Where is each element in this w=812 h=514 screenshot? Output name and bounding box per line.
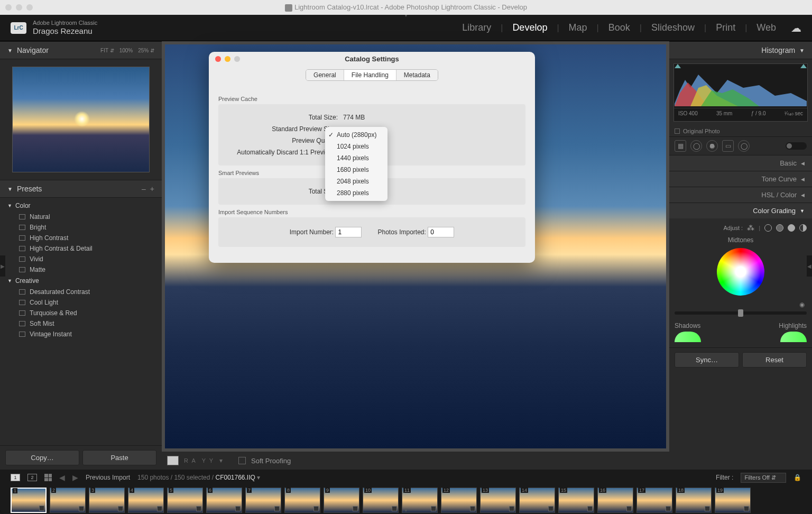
luminance-slider[interactable]: [675, 311, 807, 315]
expand-right-icon[interactable]: ◀: [807, 255, 812, 277]
checkbox-icon[interactable]: [675, 128, 680, 134]
filmstrip-thumb[interactable]: 16: [597, 488, 633, 513]
zoom-option[interactable]: FIT ⇵: [100, 48, 114, 53]
navigator-header[interactable]: ▼ Navigator FIT ⇵100%25% ⇵: [0, 41, 162, 59]
midtones-color-wheel[interactable]: [717, 248, 764, 296]
midtones-wheel-icon[interactable]: [776, 224, 783, 232]
module-book[interactable]: Book: [608, 22, 630, 33]
tab-metadata[interactable]: Metadata: [396, 70, 438, 80]
original-photo-row[interactable]: Original Photo: [669, 126, 812, 136]
secondary-display-icon[interactable]: 2: [27, 474, 37, 481]
preset-group[interactable]: ▼Creative: [0, 275, 162, 287]
reset-button[interactable]: Reset: [742, 352, 807, 368]
filmstrip-thumb[interactable]: 19: [715, 488, 751, 513]
primary-display-icon[interactable]: 1: [11, 474, 20, 481]
filmstrip-thumb[interactable]: 13: [480, 488, 516, 513]
panel-basic[interactable]: Basic◀: [669, 155, 812, 171]
filmstrip-thumb[interactable]: 15: [558, 488, 594, 513]
dropdown-option[interactable]: 2880 pixels: [325, 187, 387, 199]
preset-item[interactable]: Soft Mist: [0, 318, 162, 329]
three-way-icon[interactable]: ⁂: [747, 224, 754, 232]
before-after-yy[interactable]: Y Y: [202, 457, 214, 464]
filmstrip-thumb[interactable]: 18: [676, 488, 712, 513]
filmstrip-thumb[interactable]: 8: [284, 488, 320, 513]
filmstrip-thumb[interactable]: 6: [206, 488, 242, 513]
preset-item[interactable]: Cool Light: [0, 297, 162, 308]
filmstrip-thumb[interactable]: 5: [167, 488, 203, 513]
filmstrip-thumb[interactable]: 4: [128, 488, 164, 513]
dialog-close-dot[interactable]: [215, 56, 221, 62]
dropdown-option[interactable]: 2048 pixels: [325, 176, 387, 187]
navigator-preview[interactable]: [12, 67, 150, 172]
paste-button[interactable]: Paste: [82, 450, 156, 465]
module-slideshow[interactable]: Slideshow: [651, 22, 695, 33]
filmstrip-thumb[interactable]: 12: [441, 488, 477, 513]
filmstrip-thumb[interactable]: 10: [363, 488, 399, 513]
minus-icon[interactable]: –: [142, 185, 146, 193]
filmstrip-thumb[interactable]: 2: [50, 488, 86, 513]
global-wheel-icon[interactable]: [799, 224, 807, 232]
loupe-view-icon[interactable]: [167, 456, 179, 465]
grid-view-icon[interactable]: [44, 474, 52, 481]
traffic-lights[interactable]: [5, 4, 33, 11]
photos-imported-input[interactable]: [428, 227, 454, 237]
dropdown-option[interactable]: 1440 pixels: [325, 152, 387, 164]
preset-item[interactable]: Desaturated Contrast: [0, 287, 162, 297]
expand-top-icon[interactable]: ▼: [403, 15, 409, 18]
filmstrip-thumb[interactable]: 1: [11, 488, 47, 513]
presets-header[interactable]: ▼ Presets – +: [0, 180, 162, 198]
redeye-icon[interactable]: ◉: [706, 140, 718, 152]
close-dot[interactable]: [5, 4, 12, 11]
preset-item[interactable]: Natural: [0, 212, 162, 222]
shadows-mini-wheel[interactable]: [675, 332, 701, 342]
before-after-ra[interactable]: R A: [184, 457, 197, 464]
copy-button[interactable]: Copy…: [5, 450, 79, 465]
filmstrip-thumb[interactable]: 9: [324, 488, 359, 513]
soft-proofing-checkbox[interactable]: [238, 457, 246, 464]
cloud-icon[interactable]: ☁: [791, 22, 801, 34]
preset-group[interactable]: ▼Color: [0, 200, 162, 212]
histogram-header[interactable]: Histogram ▼: [669, 41, 812, 59]
minimize-dot[interactable]: [16, 4, 22, 11]
zoom-option[interactable]: 100%: [119, 48, 133, 53]
expand-bottom-icon[interactable]: ▼: [403, 507, 409, 513]
import-number-input[interactable]: [335, 227, 362, 237]
crop-icon[interactable]: ▦: [675, 140, 686, 152]
module-develop[interactable]: Develop: [512, 22, 547, 33]
preset-item[interactable]: Vintage Instant: [0, 329, 162, 339]
tab-file-handling[interactable]: File Handling: [344, 70, 396, 80]
filmstrip-thumb[interactable]: 7: [245, 488, 281, 513]
lock-icon[interactable]: 🔒: [793, 474, 801, 481]
chevron-down-icon[interactable]: ▾: [219, 457, 223, 464]
std-preview-size-dropdown[interactable]: Auto (2880px)1024 pixels1440 pixels1680 …: [325, 127, 387, 201]
mask-icon[interactable]: ▭: [722, 140, 734, 152]
filmstrip-thumb[interactable]: 17: [636, 488, 672, 513]
filmstrip-thumb[interactable]: 3: [89, 488, 125, 513]
radial-icon[interactable]: ◯: [738, 140, 750, 152]
dropdown-option[interactable]: 1024 pixels: [325, 141, 387, 152]
expand-left-icon[interactable]: ▶: [0, 255, 5, 277]
preset-item[interactable]: High Contrast & Detail: [0, 243, 162, 254]
next-arrow-icon[interactable]: ▶: [72, 473, 78, 482]
source-label[interactable]: Previous Import: [86, 474, 130, 481]
module-library[interactable]: Library: [462, 22, 491, 33]
preset-item[interactable]: High Contrast: [0, 233, 162, 243]
module-print[interactable]: Print: [716, 22, 735, 33]
filter-select[interactable]: Filters Off ⇵: [741, 473, 786, 483]
module-web[interactable]: Web: [756, 22, 776, 33]
eye-icon[interactable]: ◉: [675, 301, 807, 308]
tool-switch[interactable]: [786, 142, 807, 150]
module-map[interactable]: Map: [569, 22, 587, 33]
preset-item[interactable]: Turquoise & Red: [0, 308, 162, 318]
dropdown-option[interactable]: 1680 pixels: [325, 164, 387, 176]
preset-item[interactable]: Matte: [0, 264, 162, 275]
filmstrip-thumb[interactable]: 14: [519, 488, 555, 513]
spot-heal-icon[interactable]: ◯: [690, 140, 702, 152]
plus-icon[interactable]: +: [150, 185, 154, 193]
dialog-minimize-dot[interactable]: [225, 56, 230, 62]
shadows-wheel-icon[interactable]: [764, 224, 772, 232]
sync-button[interactable]: Sync…: [675, 352, 739, 368]
identity-block[interactable]: Adobe Lightroom Classic Dragos Rezeanu: [33, 20, 97, 36]
tab-general[interactable]: General: [306, 70, 344, 80]
dropdown-option[interactable]: Auto (2880px): [325, 129, 387, 141]
